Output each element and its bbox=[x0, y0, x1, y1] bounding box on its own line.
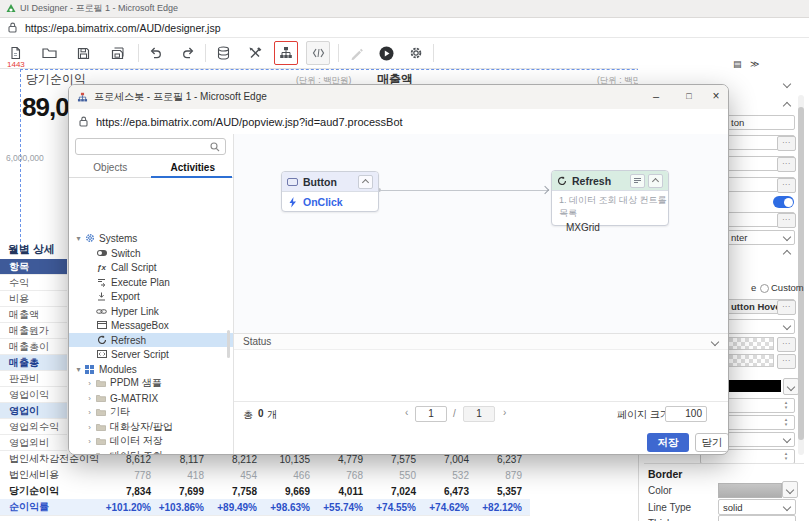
collapse-button[interactable] bbox=[648, 174, 663, 188]
next-page-button[interactable]: › bbox=[503, 407, 506, 418]
table-row: 수익 bbox=[0, 275, 67, 291]
prev-page-button[interactable]: ‹ bbox=[405, 407, 408, 418]
tree-item-hyper-link[interactable]: Hyper Link bbox=[69, 304, 233, 318]
panel-list-icon[interactable]: ▤ bbox=[733, 59, 742, 69]
save-button[interactable]: 저장 bbox=[647, 433, 689, 452]
chevron-down-icon[interactable] bbox=[783, 80, 791, 88]
save-button[interactable] bbox=[70, 40, 96, 66]
chevron-right-icon[interactable]: › bbox=[85, 452, 94, 456]
chevron-right-icon[interactable]: › bbox=[85, 437, 94, 446]
main-url[interactable]: https://epa.bimatrix.com/AUD/designer.js… bbox=[25, 22, 221, 34]
tree-item-server-script[interactable]: Server Script bbox=[69, 347, 233, 361]
ellipsis-button[interactable]: ··· bbox=[777, 354, 796, 369]
ellipsis-button[interactable]: ··· bbox=[777, 300, 796, 315]
toggle-switch-on[interactable] bbox=[773, 196, 794, 208]
chevron-down-icon[interactable]: ▾ bbox=[74, 234, 83, 243]
menu-button[interactable] bbox=[630, 174, 645, 188]
chevron-right-icon[interactable]: › bbox=[85, 379, 94, 388]
tree-item-switch[interactable]: Switch bbox=[69, 246, 233, 260]
tree-item-execute-plan[interactable]: Execute Plan bbox=[69, 275, 233, 289]
color-dropdown-button[interactable] bbox=[783, 378, 799, 395]
onclick-event-label[interactable]: OnClick bbox=[303, 196, 343, 208]
page-input[interactable]: 1 bbox=[415, 406, 447, 422]
close-button[interactable]: × bbox=[707, 89, 725, 105]
tree-item-messagebox[interactable]: MessageBox bbox=[69, 318, 233, 332]
main-urlbar[interactable]: https://epa.bimatrix.com/AUD/designer.js… bbox=[0, 18, 809, 38]
y-axis-tick: 6,000,000 bbox=[6, 153, 44, 163]
tree-scrollbar-thumb[interactable] bbox=[227, 330, 230, 358]
data-source-button[interactable] bbox=[210, 40, 236, 66]
button-node[interactable]: Button OnClick bbox=[281, 171, 379, 212]
chevron-up-icon[interactable] bbox=[783, 102, 791, 110]
popup-titlebar[interactable]: 프로세스봇 - 프로필 1 - Microsoft Edge bbox=[69, 85, 728, 110]
stepper-arrows[interactable]: ▴▾ bbox=[781, 451, 791, 460]
tree-item-folder-data-query[interactable]: ›데이터 조회 bbox=[69, 449, 233, 455]
page-size-label: 페이지 크기 bbox=[617, 408, 670, 422]
ellipsis-button[interactable]: ··· bbox=[777, 178, 796, 193]
chevron-right-icon[interactable]: › bbox=[85, 408, 94, 417]
popup-url[interactable]: https://epa.bimatrix.com/AUD/popview.jsp… bbox=[96, 116, 403, 128]
undo-button[interactable] bbox=[143, 40, 169, 66]
table-row: 영업이익 bbox=[0, 387, 67, 403]
messagebox-icon bbox=[95, 321, 108, 329]
tab-activities[interactable]: Activities bbox=[152, 159, 235, 177]
maximize-button[interactable]: □ bbox=[680, 89, 698, 105]
collapse-button[interactable] bbox=[358, 175, 373, 189]
refresh-node[interactable]: Refresh 1. 데이터 조회 대상 컨트롤 목록 MXGrid bbox=[551, 170, 669, 226]
redo-button[interactable] bbox=[175, 40, 201, 66]
main-titlebar: UI Designer - 프로필 1 - Microsoft Edge bbox=[0, 0, 809, 18]
tab-objects[interactable]: Objects bbox=[69, 159, 152, 177]
tree-item-folder-etc[interactable]: ›기타 bbox=[69, 405, 233, 419]
stepper-arrows[interactable]: ▴▾ bbox=[781, 417, 791, 426]
chevron-right-icon[interactable]: › bbox=[85, 423, 94, 432]
refresh-node-body[interactable]: 1. 데이터 조회 대상 컨트롤 목록 MXGrid bbox=[552, 191, 668, 233]
panel-expand-icon[interactable]: ≫ bbox=[750, 59, 759, 69]
ellipsis-button[interactable]: ··· bbox=[777, 157, 796, 172]
radio-label-fragment: e bbox=[751, 282, 756, 293]
button-node-header[interactable]: Button bbox=[282, 172, 378, 192]
tree-item-call-script[interactable]: ƒxCall Script bbox=[69, 260, 233, 274]
flow-canvas[interactable]: Button OnClick Refresh 1. 데이터 조회 대상 컨트롤 … bbox=[234, 134, 729, 333]
chevron-up-icon[interactable] bbox=[783, 250, 791, 258]
refresh-node-header[interactable]: Refresh bbox=[552, 171, 668, 191]
chevron-right-icon[interactable]: › bbox=[85, 394, 94, 403]
ellipsis-button[interactable]: ··· bbox=[777, 136, 796, 151]
border-color-swatch[interactable] bbox=[718, 483, 782, 498]
button-node-body[interactable]: OnClick bbox=[282, 192, 378, 212]
run-button[interactable] bbox=[373, 40, 399, 66]
tree-item-modules[interactable]: ▾Modules bbox=[69, 362, 233, 376]
stepper-arrows[interactable]: ▴▾ bbox=[781, 400, 791, 409]
tree-item-folder-data-save[interactable]: ›데이터 저장 bbox=[69, 434, 233, 448]
ellipsis-button[interactable]: ··· bbox=[777, 213, 796, 228]
settings-button[interactable] bbox=[403, 40, 429, 66]
tree-item-folder-dialog[interactable]: ›대화상자/팝업 bbox=[69, 420, 233, 434]
tree-item-refresh[interactable]: Refresh bbox=[69, 333, 233, 347]
minimize-button[interactable]: – bbox=[647, 89, 665, 105]
tree-item-folder-ppdm[interactable]: ›PPDM 샘플 bbox=[69, 376, 233, 390]
gear-icon bbox=[409, 46, 423, 60]
table-row-tax: 법인세비용 778 418 454 466 768 550 532 879 bbox=[0, 467, 530, 484]
chevron-down-icon[interactable]: ▾ bbox=[74, 365, 83, 374]
table-row: 매출액 bbox=[0, 307, 67, 323]
popup-urlbar[interactable]: https://epa.bimatrix.com/AUD/popview.jsp… bbox=[69, 109, 728, 135]
edit-button[interactable] bbox=[343, 40, 369, 66]
status-section-header[interactable]: Status bbox=[234, 333, 729, 350]
search-input[interactable] bbox=[75, 138, 226, 155]
tree-item-folder-gmatrix[interactable]: ›G-MATRIX bbox=[69, 391, 233, 405]
table-row: 매출총이 bbox=[0, 339, 67, 355]
code-view-button[interactable] bbox=[306, 41, 330, 65]
table-row: 매출원가 bbox=[0, 323, 67, 339]
color-dropdown-button[interactable] bbox=[782, 481, 798, 498]
build-tools-button[interactable] bbox=[242, 40, 268, 66]
custom-radio[interactable] bbox=[760, 284, 769, 293]
open-button[interactable] bbox=[36, 40, 62, 66]
close-button[interactable]: 닫기 bbox=[695, 433, 729, 452]
ellipsis-button[interactable]: ··· bbox=[777, 337, 796, 352]
tree-item-systems[interactable]: ▾Systems bbox=[69, 231, 233, 245]
page-size-input[interactable]: 100 bbox=[665, 406, 707, 422]
panel-left-border bbox=[638, 455, 639, 521]
tree-item-export[interactable]: Export bbox=[69, 289, 233, 303]
chevron-down-icon[interactable] bbox=[711, 338, 719, 346]
save-all-button[interactable] bbox=[104, 40, 130, 66]
process-bot-button[interactable] bbox=[274, 41, 298, 65]
